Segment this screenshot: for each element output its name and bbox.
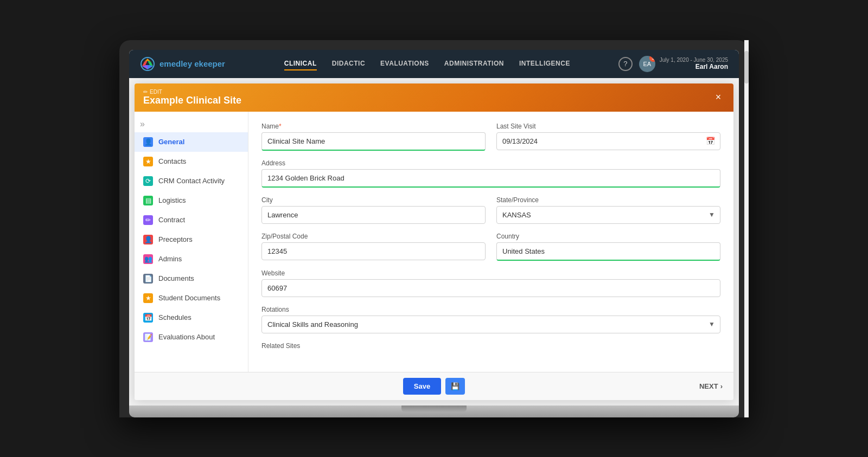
field-name: Name* — [261, 123, 486, 151]
country-input[interactable] — [496, 242, 720, 261]
country-label: Country — [496, 233, 720, 240]
field-last-visit: Last Site Visit 📅 — [496, 123, 720, 151]
logo[interactable]: emedley ekeeper — [140, 56, 225, 72]
schedules-icon: 📅 — [143, 313, 153, 323]
row-rotations: Rotations Clinical Skills and Reasoning … — [261, 306, 720, 333]
avatar: EA 3 — [639, 56, 655, 72]
nav-administration[interactable]: ADMINISTRATION — [444, 57, 504, 70]
modal-body: » 👤 General ★ Contacts ⟳ CRM Contact — [135, 112, 733, 372]
sidebar-item-label: CRM Contact Activity — [158, 177, 225, 185]
general-icon: 👤 — [143, 137, 153, 147]
row-city-state: City State/Province KANSAS CALIFORNIA NE… — [261, 196, 720, 224]
row-website: Website — [261, 269, 720, 297]
city-label: City — [261, 196, 486, 204]
sidebar-item-label: Contacts — [158, 157, 186, 165]
nav-didactic[interactable]: DIDACTIC — [332, 57, 365, 70]
preceptors-icon: 👤 — [143, 235, 153, 244]
state-label: State/Province — [496, 196, 720, 204]
state-select[interactable]: KANSAS CALIFORNIA NEW YORK TEXAS — [496, 206, 720, 224]
field-related-sites: Related Sites — [261, 342, 720, 352]
sidebar-item-label: Student Documents — [158, 294, 220, 302]
user-name: Earl Aaron — [660, 63, 728, 70]
field-website: Website — [261, 269, 720, 297]
contract-icon: ✏ — [143, 215, 153, 225]
related-sites-label: Related Sites — [261, 342, 720, 350]
field-rotations: Rotations Clinical Skills and Reasoning … — [261, 306, 720, 333]
sidebar-item-label: Schedules — [158, 313, 192, 321]
nav-intelligence[interactable]: INTELLIGENCE — [519, 57, 570, 70]
modal-header: ✏ EDIT Example Clinical Site × — [135, 83, 733, 112]
user-dates: July 1, 2020 - June 30, 2025 — [660, 57, 728, 63]
nav-items: CLINICAL DIDACTIC EVALUATIONS ADMINISTRA… — [252, 57, 602, 70]
logo-text: emedley ekeeper — [159, 59, 225, 68]
sidebar-item-label: Evaluations About — [158, 333, 215, 341]
calendar-icon[interactable]: 📅 — [706, 137, 715, 145]
website-input[interactable] — [261, 279, 720, 297]
last-visit-input[interactable] — [496, 132, 720, 150]
nav-right: ? EA 3 July 1, 2020 - June 30, 2025 Earl… — [618, 56, 728, 72]
edit-label: ✏ EDIT — [143, 89, 241, 95]
admins-icon: 👥 — [143, 254, 153, 264]
website-label: Website — [261, 269, 720, 277]
last-visit-label: Last Site Visit — [496, 123, 720, 130]
laptop-base — [129, 405, 739, 417]
sidebar: » 👤 General ★ Contacts ⟳ CRM Contact — [135, 112, 248, 372]
name-input[interactable] — [261, 132, 486, 151]
sidebar-item-contacts[interactable]: ★ Contacts — [135, 152, 248, 171]
sidebar-item-contract[interactable]: ✏ Contract — [135, 210, 248, 230]
sidebar-item-label: Contract — [158, 216, 185, 224]
sidebar-item-label: Preceptors — [158, 235, 193, 243]
documents-icon: 📄 — [143, 274, 153, 284]
zip-input[interactable] — [261, 242, 486, 260]
sidebar-item-label: Admins — [158, 255, 182, 263]
save-button[interactable]: Save — [403, 378, 441, 395]
sidebar-item-logistics[interactable]: ▤ Logistics — [135, 191, 248, 210]
notification-badge: 3 — [649, 56, 655, 62]
modal-title-area: ✏ EDIT Example Clinical Site — [143, 89, 241, 106]
next-button[interactable]: NEXT › — [699, 382, 723, 390]
sidebar-item-admins[interactable]: 👥 Admins — [135, 249, 248, 269]
sidebar-item-label: Documents — [158, 274, 194, 282]
city-input[interactable] — [261, 206, 486, 224]
last-visit-input-wrapper: 📅 — [496, 132, 720, 150]
address-input[interactable] — [261, 169, 720, 188]
sidebar-item-student-docs[interactable]: ★ Student Documents — [135, 288, 248, 308]
crm-icon: ⟳ — [143, 176, 153, 186]
modal: ✏ EDIT Example Clinical Site × » — [135, 83, 733, 400]
form-area: Name* Last Site Visit 📅 — [248, 112, 733, 372]
state-select-wrapper: KANSAS CALIFORNIA NEW YORK TEXAS ▼ — [496, 206, 720, 224]
sidebar-item-preceptors[interactable]: 👤 Preceptors — [135, 230, 248, 249]
help-button[interactable]: ? — [618, 57, 633, 71]
row-related-sites: Related Sites — [261, 342, 720, 352]
close-button[interactable]: × — [712, 91, 725, 104]
sidebar-item-schedules[interactable]: 📅 Schedules — [135, 308, 248, 327]
field-zip: Zip/Postal Code — [261, 233, 486, 261]
nav-clinical[interactable]: CLINICAL — [284, 57, 317, 70]
rotations-select-wrapper: Clinical Skills and Reasoning Other Rota… — [261, 316, 720, 333]
sidebar-item-crm[interactable]: ⟳ CRM Contact Activity — [135, 171, 248, 191]
student-docs-icon: ★ — [143, 293, 153, 303]
sidebar-item-general[interactable]: 👤 General — [135, 132, 248, 152]
logo-icon — [140, 56, 155, 72]
sidebar-item-evaluations[interactable]: 📝 Evaluations About — [135, 327, 248, 347]
sidebar-item-label: General — [158, 138, 184, 146]
evaluations-icon: 📝 — [143, 332, 153, 342]
sidebar-collapse-button[interactable]: » — [135, 116, 248, 132]
sidebar-item-documents[interactable]: 📄 Documents — [135, 269, 248, 288]
row-name-visit: Name* Last Site Visit 📅 — [261, 123, 720, 151]
field-country: Country — [496, 233, 720, 261]
rotations-label: Rotations — [261, 306, 720, 313]
sidebar-item-label: Logistics — [158, 196, 186, 204]
zip-label: Zip/Postal Code — [261, 233, 486, 240]
user-info: July 1, 2020 - June 30, 2025 Earl Aaron — [660, 57, 728, 70]
nav-evaluations[interactable]: EVALUATIONS — [380, 57, 429, 70]
field-city: City — [261, 196, 486, 224]
save-icon-button[interactable]: 💾 — [445, 378, 465, 395]
top-navigation: emedley ekeeper CLINICAL DIDACTIC EVALUA… — [129, 50, 739, 78]
user-area[interactable]: EA 3 July 1, 2020 - June 30, 2025 Earl A… — [639, 56, 728, 72]
field-address: Address — [261, 159, 720, 188]
rotations-select[interactable]: Clinical Skills and Reasoning Other Rota… — [261, 316, 720, 333]
content-area: ✏ EDIT Example Clinical Site × » — [129, 78, 739, 405]
contacts-icon: ★ — [143, 157, 153, 166]
logistics-icon: ▤ — [143, 196, 153, 205]
